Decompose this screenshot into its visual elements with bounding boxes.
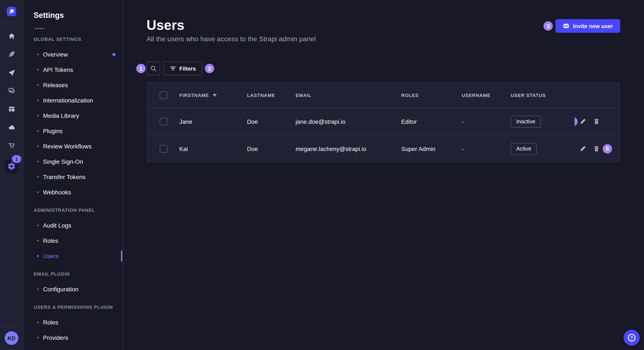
- sidebar-item-label: Configuration: [43, 286, 78, 293]
- sidebar-item-label: Overview: [43, 51, 68, 58]
- sidebar-item-configuration[interactable]: Configuration: [24, 282, 122, 297]
- sidebar-item-transfer-tokens[interactable]: Transfer Tokens: [24, 169, 122, 184]
- send-plane-icon[interactable]: [8, 69, 15, 76]
- sort-caret-icon: [212, 94, 216, 96]
- sidebar-item-label: Media Library: [43, 112, 79, 119]
- status-badge: Active: [511, 143, 537, 155]
- sidebar-item-up-roles[interactable]: Roles: [24, 315, 122, 330]
- settings-sidebar: Settings GLOBAL SETTINGS Overview API To…: [24, 0, 123, 350]
- sidebar-item-webhooks[interactable]: Webhooks: [24, 184, 122, 200]
- sidebar-item-label: Internationalization: [43, 97, 93, 104]
- user-avatar[interactable]: KD: [5, 331, 18, 345]
- cell-username: -: [458, 145, 506, 152]
- annotation-marker-5: 5: [603, 144, 612, 153]
- deploy-cloud-icon[interactable]: [8, 124, 15, 131]
- settings-nav-item: 1: [5, 160, 18, 173]
- marketplace-cart-icon[interactable]: [8, 142, 15, 149]
- sidebar-item-label: API Tokens: [43, 66, 73, 73]
- sidebar-item-label: Plugins: [43, 128, 62, 134]
- content-manager-layout-icon[interactable]: [8, 105, 15, 113]
- sidebar-item-single-sign-on[interactable]: Single Sign-On: [24, 154, 122, 169]
- cell-roles: Editor: [397, 118, 458, 125]
- strapi-logo[interactable]: [7, 7, 16, 16]
- cell-firstname: Jane: [175, 118, 243, 125]
- content-feather-icon[interactable]: [8, 51, 15, 58]
- annotation-marker-3: 3: [544, 21, 553, 31]
- sidebar-item-label: Single Sign-On: [43, 158, 83, 165]
- sidebar-item-admin-roles[interactable]: Roles: [24, 233, 122, 248]
- sidebar-item-label: Providers: [43, 334, 68, 341]
- annotation-marker-4: 4: [574, 117, 578, 126]
- delete-user-button[interactable]: [593, 145, 600, 152]
- delete-user-button[interactable]: [593, 118, 600, 125]
- sidebar-item-releases[interactable]: Releases: [24, 77, 122, 93]
- cell-email: megane.lacheny@strapi.io: [291, 145, 397, 152]
- edit-user-button[interactable]: [579, 118, 586, 125]
- bullet-dot: [37, 161, 39, 163]
- main-content: Users All the users who have access to t…: [123, 0, 644, 350]
- notification-dot: [112, 53, 116, 56]
- table-row-jane-doe[interactable]: Jane Doe jane.doe@strapi.io Editor - Ina…: [147, 108, 620, 135]
- column-header-firstname[interactable]: FIRSTNAME: [175, 93, 243, 98]
- column-header-username[interactable]: USERNAME: [458, 93, 506, 98]
- search-icon: [150, 65, 157, 72]
- media-images-icon[interactable]: [8, 87, 15, 94]
- bullet-dot: [37, 255, 39, 257]
- trash-icon: [593, 118, 600, 125]
- row-checkbox[interactable]: [160, 118, 168, 125]
- bullet-dot: [37, 191, 39, 193]
- pencil-icon: [580, 118, 586, 125]
- sidebar-item-api-tokens[interactable]: API Tokens: [24, 62, 122, 77]
- section-header-administration-panel: ADMINISTRATION PANEL: [24, 202, 122, 218]
- edit-user-button[interactable]: [579, 145, 586, 152]
- sidebar-item-media-library[interactable]: Media Library: [24, 108, 122, 123]
- sidebar-item-plugins[interactable]: Plugins: [24, 123, 122, 139]
- bullet-dot: [37, 322, 39, 323]
- sidebar-item-label: Releases: [43, 82, 68, 88]
- filters-button[interactable]: Filters: [164, 62, 202, 75]
- invite-button-label: Invite new user: [573, 23, 613, 29]
- cell-firstname: Kai: [175, 145, 243, 152]
- section-header-email-plugin: EMAIL PLUGIN: [24, 266, 122, 282]
- column-header-email[interactable]: EMAIL: [291, 93, 397, 98]
- home-icon[interactable]: [8, 32, 15, 39]
- sidebar-item-label: Transfer Tokens: [43, 174, 86, 180]
- sidebar-item-label: Users: [43, 253, 58, 259]
- bullet-dot: [37, 130, 39, 132]
- invite-new-user-button[interactable]: Invite new user: [556, 19, 620, 33]
- sidebar-title: Settings: [24, 10, 122, 20]
- settings-notification-badge: 1: [12, 155, 21, 163]
- sidebar-item-review-workflows[interactable]: Review Workflows: [24, 139, 122, 154]
- cell-email: jane.doe@strapi.io: [291, 118, 397, 125]
- column-header-lastname[interactable]: LASTNAME: [243, 93, 291, 98]
- sidebar-item-label: Webhooks: [43, 189, 71, 196]
- sidebar-item-overview[interactable]: Overview: [24, 47, 122, 62]
- sidebar-item-label: Roles: [43, 319, 58, 326]
- table-row-kai-doe[interactable]: Kai Doe megane.lacheny@strapi.io Super A…: [147, 135, 620, 162]
- page-subtitle: All the users who have access to the Str…: [146, 34, 316, 44]
- page-title: Users: [146, 17, 316, 33]
- sidebar-item-providers[interactable]: Providers: [24, 330, 122, 345]
- sidebar-item-users[interactable]: Users: [24, 248, 122, 264]
- sidebar-item-label: Audit Logs: [43, 222, 71, 229]
- bullet-dot: [37, 69, 39, 71]
- table-header-row: FIRSTNAME LASTNAME EMAIL ROLES USERNAME …: [147, 82, 620, 108]
- help-button[interactable]: ?: [624, 330, 640, 346]
- main-nav-rail: 1 KD: [0, 0, 24, 350]
- strapi-admin-app: 1 KD Settings GLOBAL SETTINGS Overview A…: [0, 0, 644, 350]
- column-header-roles[interactable]: ROLES: [397, 93, 458, 98]
- bullet-dot: [37, 146, 39, 147]
- strapi-logo-glyph: [8, 8, 14, 14]
- filter-icon: [170, 65, 176, 71]
- column-header-user-status[interactable]: USER STATUS: [506, 93, 574, 98]
- section-header-users-permissions-plugin: USERS & PERMISSIONS PLUGIN: [24, 299, 122, 315]
- search-button[interactable]: [146, 62, 160, 75]
- select-all-checkbox[interactable]: [160, 91, 168, 99]
- status-badge: Inactive: [511, 116, 541, 127]
- row-checkbox[interactable]: [160, 145, 168, 153]
- annotation-marker-1: 1: [136, 64, 146, 73]
- sidebar-item-audit-logs[interactable]: Audit Logs: [24, 218, 122, 233]
- users-table: FIRSTNAME LASTNAME EMAIL ROLES USERNAME …: [146, 82, 620, 163]
- sidebar-item-internationalization[interactable]: Internationalization: [24, 93, 122, 108]
- bullet-dot: [37, 288, 39, 290]
